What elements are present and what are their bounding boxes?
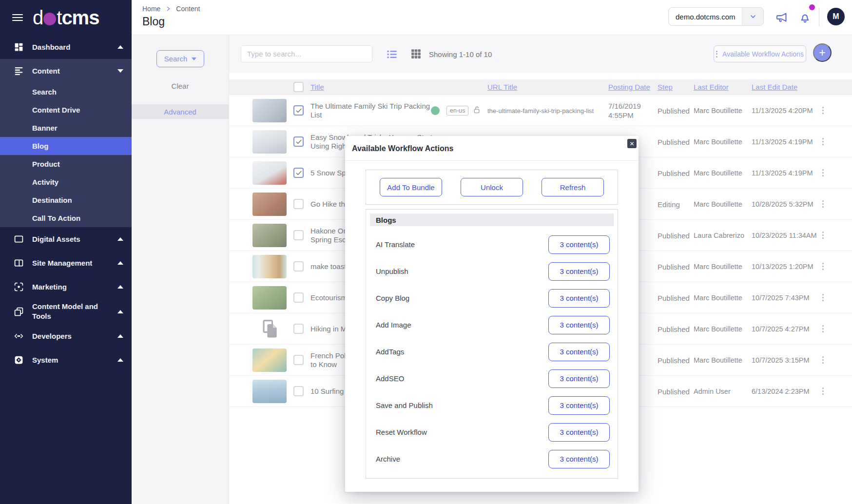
sidebar-item-content-model-and-tools[interactable]: Content Model and Tools <box>0 299 132 324</box>
workflow-action-count-button[interactable]: 3 content(s) <box>548 289 610 308</box>
dashboard-icon <box>14 42 24 52</box>
logo-text: d <box>33 8 43 27</box>
workflow-actions-modal: Available Workflow Actions ✕ Add To Bund… <box>345 136 639 492</box>
chevron-up-icon <box>117 310 123 313</box>
chevron-up-icon <box>117 237 123 241</box>
workflow-action-count-button[interactable]: 3 content(s) <box>548 369 610 388</box>
sidebar-nav: Dashboard Content Search Content Drive B… <box>0 35 132 372</box>
workflow-action-archive: Archive 3 content(s) <box>366 446 618 472</box>
unlock-button[interactable]: Unlock <box>461 178 523 196</box>
workflow-action-addtags: AddTags 3 content(s) <box>366 338 618 365</box>
breadcrumb: Home Content <box>142 5 200 13</box>
close-icon[interactable]: ✕ <box>627 139 637 148</box>
page-title: Blog <box>142 15 165 28</box>
workflow-action-label: AddTags <box>376 348 404 356</box>
chevron-up-icon <box>117 285 123 289</box>
sidebar-item-digital-assets[interactable]: Digital Assets <box>0 227 132 251</box>
sidebar-item-site-management[interactable]: Site Management <box>0 251 132 275</box>
workflow-action-count-button[interactable]: 3 content(s) <box>548 423 610 442</box>
chevron-up-icon <box>117 261 123 265</box>
sidebar: d t cms Dashboard Content Search Content… <box>0 0 132 504</box>
sidebar-item-dashboard[interactable]: Dashboard <box>0 35 132 59</box>
workflow-action-label: Archive <box>376 455 400 463</box>
modal-title: Available Workflow Actions <box>352 144 453 153</box>
site-management-icon <box>14 258 24 268</box>
workflow-action-unpublish: Unpublish 3 content(s) <box>366 258 618 285</box>
sidebar-item-call-to-action[interactable]: Call To Action <box>0 209 132 227</box>
sidebar-item-search[interactable]: Search <box>0 83 132 101</box>
marketing-icon <box>14 282 24 292</box>
breadcrumb-content[interactable]: Content <box>176 5 200 13</box>
workflow-action-count-button[interactable]: 3 content(s) <box>548 316 610 334</box>
topbar: Home Content Blog demo.dotcms.com M <box>132 0 852 35</box>
announcements-icon[interactable] <box>775 11 788 24</box>
workflow-action-count-button[interactable]: 3 content(s) <box>548 235 610 254</box>
actions-group-box: Blogs AI Translate 3 content(s) Unpublis… <box>366 209 618 479</box>
dotcms-app: d t cms Dashboard Content Search Content… <box>0 0 852 504</box>
workflow-action-label: Reset Workflow <box>376 428 427 436</box>
chevron-down-icon <box>742 8 763 25</box>
sidebar-item-destination[interactable]: Destination <box>0 191 132 209</box>
workflow-action-ai-translate: AI Translate 3 content(s) <box>366 231 618 258</box>
logo-text: t <box>57 8 61 27</box>
bulk-actions-box: Add To BundleUnlockRefresh <box>366 170 618 205</box>
add-to-bundle-button[interactable]: Add To Bundle <box>380 178 442 196</box>
logo-text: cms <box>61 8 99 27</box>
workflow-action-count-button[interactable]: 3 content(s) <box>548 396 610 415</box>
sidebar-item-banner[interactable]: Banner <box>0 119 132 137</box>
site-selector-value: demo.dotcms.com <box>669 8 742 25</box>
sidebar-item-system[interactable]: System <box>0 348 132 372</box>
sidebar-item-content[interactable]: Content <box>0 59 132 83</box>
refresh-button[interactable]: Refresh <box>542 178 604 196</box>
notifications-bell-icon[interactable] <box>798 11 812 24</box>
digital-assets-icon <box>14 234 24 244</box>
workflow-action-addseo: AddSEO 3 content(s) <box>366 365 618 392</box>
logo-dot-o <box>43 13 56 25</box>
chevron-down-icon <box>117 69 123 73</box>
workflow-action-save-and-publish: Save and Publish 3 content(s) <box>366 392 618 419</box>
chevron-up-icon <box>117 45 123 49</box>
sidebar-item-activity[interactable]: Activity <box>0 173 132 191</box>
sidebar-item-content-drive[interactable]: Content Drive <box>0 101 132 119</box>
chevron-up-icon <box>117 358 123 362</box>
workflow-action-label: Save and Publish <box>376 401 433 409</box>
workflow-action-add-image: Add Image 3 content(s) <box>366 311 618 338</box>
system-icon <box>14 355 24 365</box>
developers-icon <box>14 331 24 341</box>
workflow-action-count-button[interactable]: 3 content(s) <box>548 343 610 361</box>
sidebar-item-product[interactable]: Product <box>0 155 132 173</box>
actions-group-title: Blogs <box>370 213 614 226</box>
breadcrumb-chevron-icon <box>165 6 171 12</box>
dotcms-logo: d t cms <box>33 8 99 27</box>
workflow-action-label: Copy Blog <box>376 294 409 302</box>
sidebar-item-developers[interactable]: Developers <box>0 324 132 348</box>
menu-toggle-icon[interactable] <box>12 12 23 23</box>
workflow-action-label: AI Translate <box>376 240 415 249</box>
sidebar-top: d t cms <box>0 0 132 35</box>
workflow-action-copy-blog: Copy Blog 3 content(s) <box>366 285 618 311</box>
workflow-action-label: Add Image <box>376 321 411 329</box>
sidebar-item-marketing[interactable]: Marketing <box>0 275 132 299</box>
modal-header: Available Workflow Actions ✕ <box>345 136 639 161</box>
site-selector[interactable]: demo.dotcms.com <box>668 7 764 26</box>
sidebar-item-blog[interactable]: Blog <box>0 137 132 155</box>
header-divider <box>819 8 819 26</box>
workflow-action-count-button[interactable]: 3 content(s) <box>548 262 610 281</box>
user-avatar[interactable]: M <box>827 8 845 25</box>
workflow-action-label: AddSEO <box>376 374 404 383</box>
content-icon <box>14 66 24 76</box>
workflow-action-count-button[interactable]: 3 content(s) <box>548 450 610 468</box>
workflow-action-label: Unpublish <box>376 267 408 275</box>
notification-badge <box>809 4 815 10</box>
workflow-action-reset-workflow: Reset Workflow 3 content(s) <box>366 419 618 446</box>
content-model-icon <box>14 307 24 317</box>
breadcrumb-home[interactable]: Home <box>142 5 160 13</box>
actions-list: AI Translate 3 content(s) Unpublish 3 co… <box>366 231 618 472</box>
chevron-up-icon <box>117 334 123 338</box>
